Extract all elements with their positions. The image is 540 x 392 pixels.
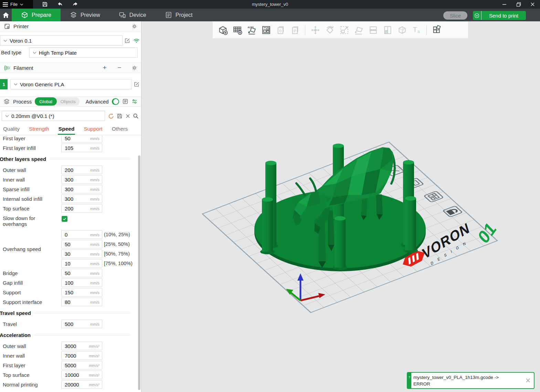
- tab-device[interactable]: Device: [109, 9, 156, 21]
- filament-select[interactable]: Voron Generic PLA: [10, 79, 132, 89]
- view-list-icon[interactable]: [122, 98, 128, 105]
- move-icon[interactable]: [308, 23, 322, 36]
- add-model-icon[interactable]: [215, 23, 230, 36]
- add-plate-icon[interactable]: [230, 23, 244, 36]
- text-icon[interactable]: Ta: [409, 23, 424, 36]
- toast-filename: mystery_tower_v0_PLA_1h13m.gcode ->: [413, 374, 519, 381]
- svg-text:a: a: [417, 29, 420, 34]
- cut-icon[interactable]: [366, 23, 380, 36]
- process-preset-select[interactable]: 0.20mm @V0.1 (*): [2, 111, 105, 121]
- arrange-icon[interactable]: [259, 23, 273, 36]
- toast-close-button[interactable]: ×: [522, 373, 534, 388]
- setting-input[interactable]: 50mm/s: [61, 135, 102, 143]
- scene-canvas[interactable]: VORON D E S I G N 01: [141, 21, 540, 392]
- remove-filament-icon[interactable]: −: [116, 64, 123, 71]
- advanced-toggle[interactable]: [112, 98, 119, 105]
- ptab-others[interactable]: Others: [112, 126, 128, 132]
- window-title: mystery_tower_v0: [0, 2, 540, 7]
- redo-icon[interactable]: [72, 1, 78, 8]
- chevron-down-icon: [5, 115, 9, 117]
- filament-spool-icon: [3, 64, 10, 71]
- ptab-speed[interactable]: Speed: [59, 126, 75, 132]
- delete-preset-icon[interactable]: [124, 112, 131, 119]
- lay-on-face-icon[interactable]: [351, 23, 366, 36]
- tab-prepare[interactable]: Prepare: [12, 9, 61, 21]
- mesh-boolean-icon[interactable]: [395, 23, 409, 36]
- setting-input[interactable]: 10000mm/s²: [61, 371, 102, 379]
- setting-input[interactable]: 20000mm/s²: [61, 380, 102, 389]
- setting-input[interactable]: 150mm/s: [61, 288, 102, 297]
- range-hint: [25%, 50%): [104, 241, 130, 247]
- auto-orient-icon[interactable]: AUTO: [244, 23, 259, 36]
- setting-input[interactable]: 50mm/s: [61, 269, 102, 277]
- bed-type-select[interactable]: High Temp Plate: [29, 47, 138, 58]
- setting-input[interactable]: 5000mm/s²: [61, 361, 102, 370]
- process-scope-toggle[interactable]: Global Objects: [35, 97, 80, 106]
- tab-project[interactable]: Project: [156, 9, 202, 21]
- printer-select[interactable]: Voron 0.1: [0, 35, 123, 46]
- setting-input[interactable]: 3000mm/s²: [61, 342, 102, 350]
- filament-settings-gear-icon[interactable]: [131, 64, 138, 71]
- send-options-chevron[interactable]: [473, 11, 481, 20]
- setting-row: Internal solid infill300mm/s: [0, 194, 138, 204]
- setting-input[interactable]: 80mm/s: [61, 298, 102, 306]
- close-button[interactable]: [530, 2, 535, 7]
- undo-icon[interactable]: [56, 1, 63, 8]
- printer-edit-icon[interactable]: [124, 37, 131, 44]
- svg-text:0: 0: [279, 28, 281, 33]
- setting-label: Support interface: [3, 299, 61, 305]
- setting-row: Outer wall3000mm/s²: [0, 341, 138, 351]
- minimize-button[interactable]: [502, 2, 507, 7]
- copy-icon[interactable]: 0: [273, 23, 288, 36]
- printer-connection-wifi-icon[interactable]: [133, 37, 140, 44]
- ptab-support[interactable]: Support: [84, 126, 102, 132]
- parameter-tune-icon[interactable]: [131, 98, 138, 105]
- setting-input[interactable]: 300mm/s: [61, 195, 102, 203]
- setting-input[interactable]: 500mm/s: [61, 320, 102, 328]
- toast-status: ERROR: [413, 381, 519, 387]
- setting-input[interactable]: 200mm/s: [61, 166, 102, 174]
- ptab-quality[interactable]: Quality: [3, 126, 20, 132]
- setting-input[interactable]: 7000mm/s²: [61, 351, 102, 360]
- setting-input[interactable]: 200mm/s: [61, 204, 102, 213]
- rotate-icon[interactable]: [322, 23, 337, 36]
- tab-preview[interactable]: Preview: [61, 9, 109, 21]
- send-to-print-button[interactable]: Send to print: [473, 11, 526, 20]
- search-settings-icon[interactable]: [132, 112, 139, 119]
- setting-label: Normal printing: [3, 382, 61, 388]
- setting-label: Internal solid infill: [3, 196, 61, 202]
- filament-edit-icon[interactable]: [133, 81, 140, 88]
- process-section-header: Process Global Objects Advanced: [0, 96, 141, 107]
- setting-input[interactable]: 100mm/s: [61, 279, 102, 287]
- setting-input[interactable]: 0mm/s: [61, 230, 102, 239]
- setting-input[interactable]: 10mm/s: [61, 259, 102, 268]
- slice-button[interactable]: Slice: [443, 11, 467, 20]
- scope-global[interactable]: Global: [35, 97, 57, 106]
- add-filament-icon[interactable]: +: [101, 64, 108, 71]
- assembly-icon[interactable]: [430, 23, 444, 36]
- filament-slot-badge[interactable]: 1: [0, 79, 8, 89]
- scope-objects[interactable]: Objects: [57, 99, 80, 104]
- restore-button[interactable]: [516, 2, 521, 7]
- setting-row: Support150mm/s: [0, 287, 138, 297]
- viewport-3d[interactable]: VORON D E S I G N 01: [141, 21, 540, 392]
- checkbox-checked[interactable]: [62, 216, 67, 222]
- home-button[interactable]: [0, 9, 12, 21]
- setting-input[interactable]: 105mm/s: [61, 144, 102, 152]
- settings-scrollbar[interactable]: [138, 155, 140, 390]
- paste-icon[interactable]: P: [288, 23, 302, 36]
- setting-row: Travel500mm/s: [0, 319, 138, 329]
- setting-input[interactable]: 50mm/s: [61, 240, 102, 249]
- setting-input[interactable]: 30mm/s: [61, 250, 102, 258]
- variable-layer-height-icon[interactable]: [380, 23, 395, 36]
- ptab-strength[interactable]: Strength: [29, 126, 49, 132]
- setting-input[interactable]: 300mm/s: [61, 175, 102, 184]
- scale-icon[interactable]: [337, 23, 351, 36]
- model-pillar-front[interactable]: [333, 216, 347, 270]
- printer-settings-gear-icon[interactable]: [131, 23, 138, 30]
- save-project-icon[interactable]: [41, 1, 48, 8]
- save-preset-icon[interactable]: [116, 112, 123, 119]
- reset-preset-icon[interactable]: [107, 112, 114, 119]
- setting-input[interactable]: 300mm/s: [61, 185, 102, 194]
- file-menu-button[interactable]: File: [0, 0, 33, 9]
